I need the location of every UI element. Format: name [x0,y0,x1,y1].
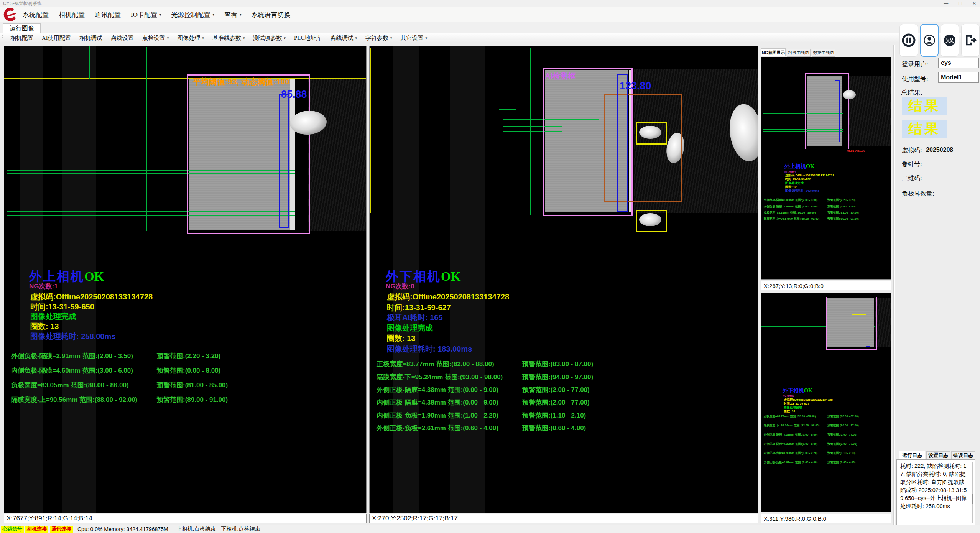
tool-label: 离线设置 [111,35,134,42]
roi-box-blue [279,94,289,228]
info-line: 虚拟码:Offline20250208133134728 [387,292,509,302]
warning-range-text: 预警范围:(0.00 - 8.00) [157,366,220,375]
roi-box-blue [866,299,870,347]
log-tab-settings[interactable]: 设置日志 [926,451,950,460]
reel-needle-label: 卷针号: [902,160,922,168]
log-tab-run[interactable]: 运行日志 [899,451,925,459]
tab-run-image[interactable]: 运行图像 [3,23,41,33]
measurement-row: 隔膜宽度-下=95.24mm 范围:(93.00 - 98.00)预警范围:(9… [764,424,819,428]
chevron-down-icon: ▾ [202,36,204,40]
tool-testitem-params[interactable]: 测试项参数▾ [249,35,290,42]
camera-ok-status: OK [84,270,104,283]
warning-range-text: 预警范围:(2.00 - 77.00) [827,442,857,446]
tool-camera-debug[interactable]: 相机调试 [75,35,107,42]
maximize-button[interactable]: ☐ [958,1,962,6]
ng-tab-screenshot[interactable]: NG截图显示 [761,48,786,56]
menu-item-light-control-config[interactable]: 光源控制配置▾ [166,10,219,19]
tool-baseline-params[interactable]: 基准线参数▾ [208,35,249,42]
users-button[interactable] [941,24,959,57]
measurement-row: 隔膜宽度-上=90.56mm 范围:(88.00 - 92.00)预警范围:(8… [11,395,137,404]
toolbar-grip-handle[interactable] [2,35,3,41]
total-result-label: 总结果: [901,88,922,97]
menu-item-camera-config[interactable]: 相机配置 [54,10,90,19]
camera-result-title: 外上相机OK [784,163,814,170]
roll-texture [308,79,366,231]
lower-camera-view[interactable]: AI检测框 123.80 外下相机OK NG次数:0 虚拟码:Offline20… [369,46,758,513]
tool-label: 字符参数 [365,35,388,42]
measurement-row: 外侧正极-负极=2.61mm 范围:(0.60 - 4.00)预警范围:(0.6… [377,424,498,433]
upper-camera-view[interactable]: 平均阈值:93, 动态阈值:100 85.88 外上相机OK NG次数:1 虚拟… [4,46,367,513]
roi-box-blue [835,80,840,142]
tool-camera-config[interactable]: 相机配置 [6,35,38,42]
tab-roi-box-yellow [636,122,667,145]
tool-label: 相机调试 [79,35,102,42]
log-scrollbar-thumb[interactable] [972,494,973,504]
tool-other-settings[interactable]: 其它设置▾ [396,35,432,42]
close-button[interactable]: ✕ [972,1,976,6]
coordinate-text: X:311;Y:980;R:0;G:0;B:0 [764,515,826,522]
measurement-row: 负极宽度=83.05mm 范围:(80.00 - 86.00)预警范围:(81.… [11,381,129,390]
roi-box-orange [604,94,682,202]
measurement-text: 外侧正极-负极=2.61mm 范围:(0.60 - 4.00) [764,461,817,464]
tool-label: 离线调试 [330,35,353,42]
info-line: 图像处理完成 [30,311,76,322]
tool-plc-address-lib[interactable]: PLC地址库 [290,35,326,42]
user-button[interactable] [920,24,939,57]
measurement-text: 内侧负极-隔膜=4.69mm 范围:(3.00 - 6.00) [764,205,817,208]
measurement-text: 外侧负极-隔膜=2.91mm 范围:(2.00 - 3.50) [11,352,133,360]
measurement-text: 内侧正极-负极=1.90mm 范围:(1.00 - 2.20) [377,412,498,419]
tool-offline-settings[interactable]: 离线设置 [107,35,138,42]
warning-range-text: 预警范围:(89.00 - 91.00) [157,395,228,404]
info-line: 图像处理耗时: 258.00ms [30,331,115,342]
menu-label: 查看 [224,10,237,19]
pause-button[interactable] [899,24,918,57]
ng-preview-upper[interactable]: 45.81 AI:1.00 外上相机OK NG次数:1 虚拟码:Offline2… [761,57,891,280]
info-line: 时间:13-31-59-627 [387,303,451,313]
ng-preview-lower[interactable]: 外下相机OK NG次数:0 虚拟码:Offline202502081331347… [761,293,891,512]
menu-item-iocard-config[interactable]: IO卡配置▾ [126,10,166,19]
menu-item-system-config[interactable]: 系统配置 [18,10,54,19]
tool-char-params[interactable]: 字符参数▾ [361,35,396,42]
guide-line-green [819,294,819,350]
ng-tab-material-curve[interactable]: 料线曲线图 [787,49,811,57]
menu-item-language-switch[interactable]: 系统语言切换 [247,10,296,19]
log-scrollbar-track[interactable] [972,462,973,523]
tool-offline-debug[interactable]: 离线调试▾ [326,35,361,42]
ai-score-label: 45.81 AI:1.00 [847,149,865,153]
measurement-text: 隔膜宽度-下=95.24mm 范围:(93.00 - 98.00) [377,373,503,381]
login-user-input[interactable] [938,58,979,68]
warning-range-text: 预警范围:(0.00 - 8.00) [827,205,855,209]
chevron-down-icon: ▾ [426,36,428,40]
tool-image-processing[interactable]: 图像处理▾ [173,35,208,42]
model-input[interactable] [938,72,979,83]
users-icon [942,33,957,48]
log-text[interactable]: 耗时: 222, 缺陷检测耗时: 17, 缺陷分类耗时: 0, 缺陷提取分区耗时… [896,459,975,526]
window-controls: — ☐ ✕ [944,0,976,7]
measurement-text: 内侧正极-隔膜=4.38mm 范围:(0.00 - 9.00) [377,399,498,406]
warning-range-text: 预警范围:(0.60 - 4.00) [827,461,855,464]
result-box-2: 结果 [902,120,947,138]
coordinate-bar-preview-lower: X:311;Y:980;R:0;G:0;B:0 [761,514,891,523]
tool-ai-use-config[interactable]: AI使用配置 [38,35,75,42]
logout-button[interactable] [961,24,980,57]
log-tab-error[interactable]: 错误日志 [951,451,975,460]
menu-item-comm-config[interactable]: 通讯配置 [90,10,126,19]
measurement-text: 隔膜宽度-上=90.56mm 范围:(88.00 - 92.00) [11,396,137,403]
warning-range-text: 预警范围:(0.60 - 4.00) [522,424,586,433]
tab-label: NG截图显示 [762,50,785,56]
upper-camera-status: 上相机:点检结束 [175,526,217,533]
window-title: CYS-视觉检测系统 [3,0,42,7]
measurement-row: 外侧负极-隔膜=2.91mm 范围:(2.00 - 3.50)预警范围:(2.2… [11,352,133,360]
title-bar: CYS-视觉检测系统 — ☐ ✕ [0,0,980,7]
panel-splitter[interactable] [893,45,895,525]
menu-item-view[interactable]: 查看▾ [219,10,247,19]
tab-label: 运行图像 [10,25,34,33]
minimize-button[interactable]: — [944,1,948,6]
ng-tab-data-curve[interactable]: 数据曲线图 [812,49,835,57]
camera-title: 外下相机 [783,388,804,393]
tool-spotcheck-settings[interactable]: 点检设置▾ [138,35,173,42]
measurement-row: 内侧负极-隔膜=4.60mm 范围:(3.00 - 6.00)预警范围:(0.0… [11,366,133,375]
guide-line-green [499,109,516,110]
warning-range-text: 预警范围:(81.00 - 85.00) [827,211,859,215]
measurement-text: 外侧正极-负极=2.61mm 范围:(0.60 - 4.00) [377,424,498,432]
